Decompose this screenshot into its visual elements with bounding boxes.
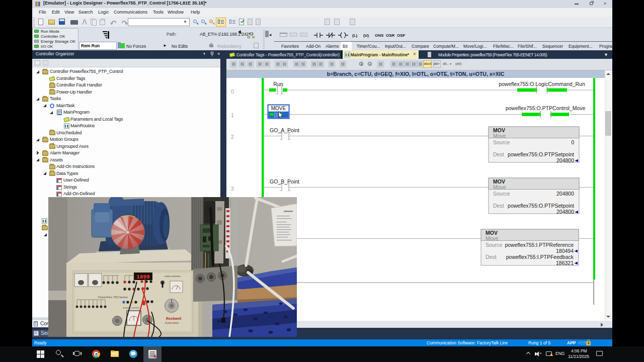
svg-text:Source: Source <box>493 191 510 197</box>
svg-text:GO_A_Point: GO_A_Point <box>270 127 299 133</box>
svg-text:poweflex755:O.PTPSetpoint: poweflex755:O.PTPSetpoint <box>508 203 574 209</box>
svg-text:204800: 204800 <box>556 157 574 163</box>
svg-text:0: 0 <box>231 88 234 95</box>
svg-text:Source: Source <box>486 242 502 248</box>
svg-text:204800: 204800 <box>556 191 574 197</box>
svg-text:poweflex755:I.PTPReference: poweflex755:I.PTPReference <box>505 242 574 248</box>
svg-text:SPEED CONTROL: SPEED CONTROL <box>123 307 140 309</box>
svg-text:204800: 204800 <box>556 209 574 215</box>
svg-text:2: 2 <box>231 134 234 140</box>
svg-text:GO_B_Point: GO_B_Point <box>270 178 299 185</box>
svg-text:1: 1 <box>231 112 234 118</box>
svg-text:ONS: ONS <box>375 33 384 38</box>
svg-text:(L): (L) <box>352 33 358 38</box>
svg-text:Move: Move <box>486 235 499 241</box>
svg-text:Source: Source <box>493 139 510 145</box>
svg-text:(U): (U) <box>363 33 369 38</box>
svg-text:OSF: OSF <box>397 33 406 38</box>
svg-text:poweflex755:I.PTPFeedback: poweflex755:I.PTPFeedback <box>506 254 574 260</box>
svg-text:Rockwell: Rockwell <box>166 317 181 320</box>
svg-text:Dest: Dest <box>493 151 504 157</box>
svg-text:Move: Move <box>493 184 506 190</box>
svg-text:Automation: Automation <box>165 321 179 324</box>
svg-text:3: 3 <box>231 186 234 192</box>
svg-text:poweflex755:O.PTPSetpoint: poweflex755:O.PTPSetpoint <box>508 151 574 157</box>
svg-text:LOAD CONTROL: LOAD CONTROL <box>164 275 181 278</box>
svg-text:MOV: MOV <box>493 178 505 185</box>
svg-text:Dest: Dest <box>486 254 497 260</box>
svg-text:MOV: MOV <box>493 127 505 133</box>
svg-text:186321: 186321 <box>556 260 574 266</box>
svg-text:1899: 1899 <box>136 274 149 280</box>
svg-text:0: 0 <box>571 139 574 145</box>
svg-text:poweflex755:O.PTPControl_Move: poweflex755:O.PTPControl_Move <box>506 105 586 111</box>
svg-text:PowerFlex 750 Series: PowerFlex 750 Series <box>98 296 128 299</box>
svg-text:Dest: Dest <box>493 203 504 209</box>
svg-text:180494: 180494 <box>556 248 574 254</box>
svg-text:OSR: OSR <box>386 33 395 38</box>
svg-text:poweflex755:O.LogicCommand_Run: poweflex755:O.LogicCommand_Run <box>499 81 585 87</box>
svg-text:Move: Move <box>493 133 506 139</box>
svg-text:Run: Run <box>273 81 283 87</box>
svg-text:MOVE: MOVE <box>271 106 286 111</box>
svg-text:MOV: MOV <box>486 230 498 236</box>
